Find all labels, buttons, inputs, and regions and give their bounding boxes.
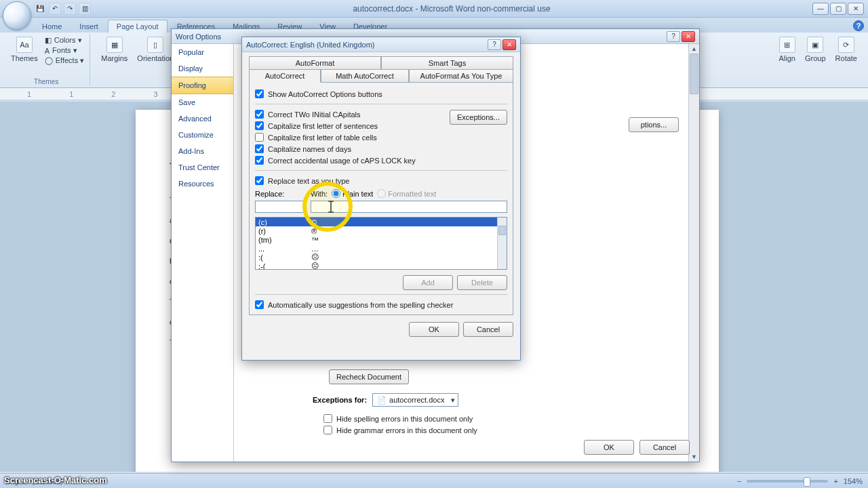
zoom-slider[interactable] bbox=[747, 480, 828, 483]
list-item[interactable]: (r)® bbox=[256, 226, 507, 235]
ruler-mark: 1 bbox=[69, 90, 73, 98]
zoom-plus[interactable]: + bbox=[833, 477, 837, 485]
align-label: Align bbox=[779, 54, 795, 62]
cat-resources[interactable]: Resources bbox=[172, 176, 233, 192]
fonts-button[interactable]: AFonts ▾ bbox=[45, 45, 84, 56]
list-item[interactable]: :-(☹ bbox=[256, 262, 507, 270]
cap-days-checkbox[interactable]: Capitalize names of days bbox=[255, 143, 450, 155]
autocorrect-tab-panel: Show AutoCorrect Options buttons Correct… bbox=[249, 83, 513, 315]
exceptions-button[interactable]: Exceptions... bbox=[450, 110, 507, 125]
office-button[interactable] bbox=[3, 1, 31, 30]
autocorrect-options-button[interactable]: ptions... bbox=[629, 117, 679, 132]
replace-as-type-checkbox[interactable]: Replace text as you type bbox=[255, 175, 507, 186]
exceptions-file: autocorrect.docx bbox=[389, 396, 444, 404]
replace-input[interactable] bbox=[255, 201, 307, 213]
close-button[interactable]: ✕ bbox=[848, 3, 864, 15]
list-scrollbar[interactable] bbox=[497, 218, 507, 269]
word-options-ok-button[interactable]: OK bbox=[584, 440, 634, 455]
delete-button[interactable]: Delete bbox=[457, 275, 507, 290]
effects-label: Effects ▾ bbox=[56, 56, 84, 65]
list-item[interactable]: ...… bbox=[256, 244, 507, 253]
cat-popular[interactable]: Popular bbox=[172, 44, 233, 60]
exceptions-for-dropdown[interactable]: 📄autocorrect.docx bbox=[372, 393, 458, 407]
help-icon[interactable]: ? bbox=[853, 20, 864, 31]
show-ac-options-checkbox[interactable]: Show AutoCorrect Options buttons bbox=[255, 88, 507, 100]
auto-suggest-checkbox[interactable]: Automatically use suggestions from the s… bbox=[255, 299, 507, 310]
recheck-document-button[interactable]: Recheck Document bbox=[329, 369, 409, 384]
group-button[interactable]: ▣Group bbox=[802, 35, 829, 64]
tab-smart-tags[interactable]: Smart Tags bbox=[381, 56, 513, 70]
group-label-themes: Themes bbox=[3, 78, 90, 85]
effects-button[interactable]: ◯Effects ▾ bbox=[45, 56, 84, 66]
ruler-mark: 1 bbox=[27, 90, 31, 98]
add-button[interactable]: Add bbox=[403, 275, 453, 290]
list-item[interactable]: (tm)™ bbox=[256, 235, 507, 244]
margins-button[interactable]: ▦Margins bbox=[98, 35, 130, 64]
show-ac-options-label: Show AutoCorrect Options buttons bbox=[268, 90, 382, 98]
colors-label: Colors ▾ bbox=[54, 36, 82, 45]
tab-autoformat-as-you-type[interactable]: AutoFormat As You Type bbox=[409, 69, 513, 83]
align-button[interactable]: ⊞Align bbox=[776, 35, 798, 64]
two-initial-caps-checkbox[interactable]: Correct TWo INitial CApitals bbox=[255, 108, 450, 120]
cat-advanced[interactable]: Advanced bbox=[172, 110, 233, 127]
replace-label: Replace: bbox=[255, 190, 307, 198]
cap-table-label: Capitalize first letter of table cells bbox=[268, 134, 377, 142]
margins-label: Margins bbox=[101, 54, 127, 62]
list-item[interactable]: (c)© bbox=[256, 218, 507, 226]
minimize-button[interactable]: — bbox=[812, 3, 829, 15]
formatted-text-radio[interactable]: Formatted text bbox=[377, 189, 436, 198]
tab-page-layout[interactable]: Page Layout bbox=[108, 20, 167, 33]
cat-save[interactable]: Save bbox=[172, 94, 233, 110]
word-options-cancel-button[interactable]: Cancel bbox=[639, 440, 690, 455]
qat-undo[interactable]: ↶ bbox=[49, 3, 61, 15]
tab-math-autocorrect[interactable]: Math AutoCorrect bbox=[321, 69, 409, 83]
qat-new[interactable]: ▥ bbox=[79, 3, 91, 15]
autocorrect-ok-button[interactable]: OK bbox=[409, 322, 459, 337]
cat-trust-center[interactable]: Trust Center bbox=[172, 159, 233, 176]
group-arrange: ⊞Align ▣Group ⟳Rotate bbox=[771, 34, 865, 86]
two-initial-label: Correct TWo INitial CApitals bbox=[268, 110, 361, 119]
formatted-text-label: Formatted text bbox=[388, 190, 436, 198]
with-input[interactable] bbox=[311, 201, 507, 213]
cap-table-checkbox[interactable]: Capitalize first letter of table cells bbox=[255, 131, 450, 143]
list-item[interactable]: :(☹ bbox=[256, 253, 507, 262]
plain-text-radio[interactable]: Plain text bbox=[332, 189, 373, 198]
qat-save[interactable]: 💾 bbox=[34, 3, 46, 15]
autocorrect-cancel-button[interactable]: Cancel bbox=[463, 322, 513, 337]
autocorrect-dialog: AutoCorrect: English (United Kingdom) ? … bbox=[241, 37, 521, 361]
orientation-button[interactable]: ▯Orientation bbox=[134, 35, 176, 64]
hide-spelling-checkbox[interactable]: Hide spelling errors in this document on… bbox=[323, 413, 477, 424]
zoom-minus[interactable]: − bbox=[737, 477, 741, 485]
word-options-help-button[interactable]: ? bbox=[667, 31, 680, 42]
window-title: autocorrect.docx - Microsoft Word non-co… bbox=[91, 4, 812, 14]
zoom-level[interactable]: 154% bbox=[844, 477, 863, 485]
tab-insert[interactable]: Insert bbox=[71, 20, 106, 33]
autocorrect-help-button[interactable]: ? bbox=[488, 39, 501, 50]
qat-redo[interactable]: ↷ bbox=[64, 3, 76, 15]
options-scrollbar[interactable]: ▲▼ bbox=[688, 44, 699, 462]
cat-proofing[interactable]: Proofing bbox=[172, 77, 233, 94]
rotate-button[interactable]: ⟳Rotate bbox=[833, 35, 860, 64]
cap-sentence-label: Capitalize first letter of sentences bbox=[268, 122, 378, 130]
word-options-close-button[interactable]: ✕ bbox=[682, 31, 695, 42]
hide-grammar-checkbox[interactable]: Hide grammar errors in this document onl… bbox=[323, 424, 477, 436]
cap-sentence-checkbox[interactable]: Capitalize first letter of sentences bbox=[255, 120, 450, 131]
hide-grammar-label: Hide grammar errors in this document onl… bbox=[336, 426, 477, 434]
autocorrect-list[interactable]: (c)© (r)® (tm)™ ...… :(☹ :-(☹ bbox=[255, 217, 507, 270]
colors-button[interactable]: ◧Colors ▾ bbox=[45, 35, 84, 45]
ruler-mark: 3 bbox=[153, 90, 157, 98]
quick-access-toolbar: 💾 ↶ ↷ ▥ bbox=[34, 3, 91, 15]
cat-customize[interactable]: Customize bbox=[172, 127, 233, 143]
maximize-button[interactable]: ▢ bbox=[830, 3, 846, 15]
cat-addins[interactable]: Add-Ins bbox=[172, 143, 233, 159]
tab-home[interactable]: Home bbox=[34, 20, 70, 33]
caps-lock-checkbox[interactable]: Correct accidental usage of cAPS LOCK ke… bbox=[255, 155, 450, 166]
themes-label: Themes bbox=[11, 54, 38, 62]
tab-autoformat[interactable]: AutoFormat bbox=[249, 56, 381, 70]
tab-autocorrect[interactable]: AutoCorrect bbox=[249, 69, 321, 83]
cat-display[interactable]: Display bbox=[172, 60, 233, 77]
hide-spelling-label: Hide spelling errors in this document on… bbox=[336, 415, 473, 423]
category-list: Popular Display Proofing Save Advanced C… bbox=[172, 44, 234, 462]
themes-button[interactable]: AaThemes bbox=[8, 35, 41, 64]
autocorrect-close-button[interactable]: ✕ bbox=[502, 39, 516, 50]
